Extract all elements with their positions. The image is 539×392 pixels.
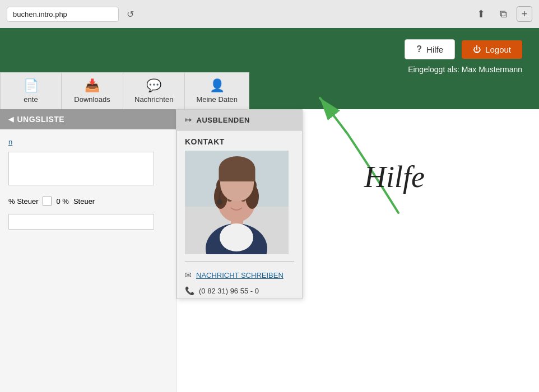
download-icon: 📥: [85, 78, 100, 93]
tab-downloads[interactable]: 📥 Downloads: [62, 72, 123, 109]
tab-ente[interactable]: 📄 ente: [0, 72, 62, 109]
user-icon: 👤: [210, 78, 225, 93]
website: ? Hilfe ⏻ Logout Eingeloggt als: Max Mus…: [0, 28, 539, 392]
steuer-row: % Steuer 0 % Steuer: [8, 197, 168, 206]
nav-link[interactable]: n: [8, 138, 168, 146]
hide-row[interactable]: ↦ AUSBLENDEN: [177, 110, 302, 130]
phone-number: (0 82 31) 96 55 - 0: [199, 287, 259, 295]
left-content: n % Steuer 0 % Steuer: [0, 129, 176, 238]
tab-downloads-label: Downloads: [74, 95, 110, 104]
browser-actions: ⬆ ⧉ +: [472, 5, 532, 23]
text-area: [8, 152, 154, 185]
envelope-icon: ✉: [185, 270, 192, 279]
dropdown-panel: ↦ AUSBLENDEN KONTAKT: [176, 109, 303, 299]
power-icon: ⏻: [473, 45, 481, 54]
browser-toolbar: buchen.intro.php ↺ ⬆ ⧉ +: [0, 0, 539, 28]
svg-point-11: [217, 199, 222, 205]
hide-icon: ↦: [185, 115, 192, 124]
chat-icon: 💬: [146, 78, 161, 93]
tab-nachrichten-label: Nachrichten: [134, 95, 173, 104]
hilfe-label: Hilfe: [426, 45, 443, 54]
tabs-icon: ⧉: [500, 8, 507, 20]
browser-nav-area: buchen.intro.php ↺: [7, 6, 467, 22]
svg-point-4: [220, 223, 253, 251]
svg-point-7: [214, 184, 227, 209]
contact-photo: [185, 151, 289, 254]
tabs-button[interactable]: ⧉: [494, 5, 512, 23]
tab-ente-label: ente: [24, 95, 38, 104]
hilfe-button[interactable]: ? Hilfe: [405, 39, 455, 59]
svg-point-9: [227, 198, 232, 202]
reload-button[interactable]: ↺: [122, 6, 138, 22]
header-buttons: ? Hilfe ⏻ Logout: [405, 39, 522, 59]
steuer-checkbox[interactable]: [43, 197, 52, 206]
reload-icon: ↺: [127, 9, 134, 20]
document-icon: 📄: [24, 78, 39, 93]
logout-button[interactable]: ⏻ Logout: [462, 40, 522, 59]
steuer-label: Steuer: [73, 197, 95, 206]
logout-label: Logout: [485, 45, 511, 54]
question-icon: ?: [416, 44, 422, 54]
text-input[interactable]: [8, 214, 154, 230]
nachricht-link[interactable]: NACHRICHT SCHREIBEN: [196, 271, 284, 279]
share-button[interactable]: ⬆: [472, 5, 490, 23]
kontakt-title: KONTAKT: [177, 130, 302, 151]
phone-row: 📞 (0 82 31) 96 55 - 0: [177, 283, 302, 298]
plus-icon: +: [522, 8, 528, 20]
new-tab-button[interactable]: +: [517, 6, 532, 22]
contact-divider: [185, 261, 294, 262]
tab-nachrichten[interactable]: 💬 Nachrichten: [123, 72, 185, 109]
nav-tabs: 📄 ente 📥 Downloads 💬 Nachrichten 👤 Meine…: [0, 72, 539, 109]
site-header: ? Hilfe ⏻ Logout Eingeloggt als: Max Mus…: [0, 28, 539, 109]
buchungsliste-title: UNGSLISTE: [17, 115, 65, 124]
url-bar[interactable]: buchen.intro.php: [7, 7, 119, 22]
contact-photo-svg: [185, 151, 289, 254]
svg-point-10: [241, 198, 245, 202]
svg-point-8: [245, 184, 259, 209]
phone-icon: 📞: [185, 286, 194, 295]
hide-label: AUSBLENDEN: [197, 116, 250, 124]
share-icon: ⬆: [477, 8, 485, 20]
left-panel: UNGSLISTE n % Steuer 0 % Steuer: [0, 109, 176, 392]
steuer-percent-text: % Steuer: [8, 197, 38, 206]
buchungsliste-header: UNGSLISTE: [0, 109, 176, 129]
url-text: buchen.intro.php: [13, 10, 67, 18]
zero-percent-label: 0 %: [56, 197, 68, 206]
tab-meine-daten-label: Meine Daten: [196, 95, 238, 104]
nachricht-row[interactable]: ✉ NACHRICHT SCHREIBEN: [177, 267, 302, 283]
tab-meine-daten[interactable]: 👤 Meine Daten: [185, 72, 249, 109]
